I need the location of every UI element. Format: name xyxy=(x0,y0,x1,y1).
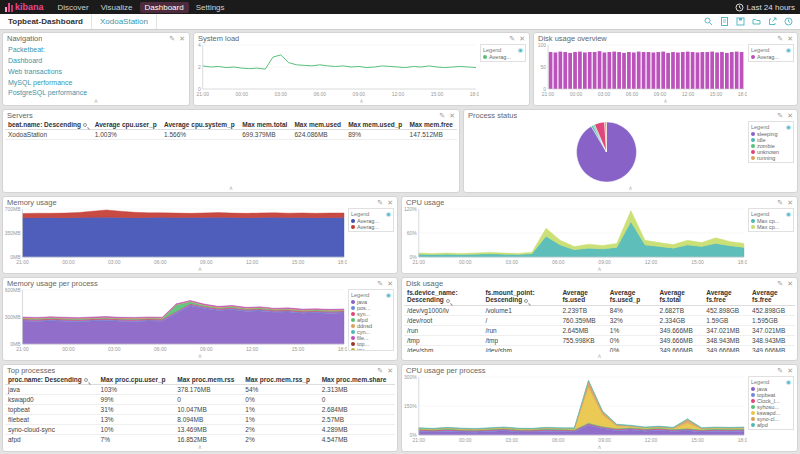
bar[interactable] xyxy=(612,52,616,89)
legend-item[interactable]: running xyxy=(751,155,791,161)
refresh-clock-icon[interactable] xyxy=(784,17,793,26)
column-header[interactable]: beat.name: Descending xyxy=(5,120,92,130)
filter-magnifier-icon[interactable] xyxy=(524,299,528,303)
collapse-chevron[interactable]: ∧ xyxy=(3,97,189,105)
edit-icon[interactable]: ✎ xyxy=(377,280,383,288)
column-header[interactable]: Average fs.used xyxy=(559,288,606,305)
column-header[interactable]: Max mem.free xyxy=(407,120,457,130)
collapse-chevron[interactable]: ∧ xyxy=(3,352,397,360)
bar[interactable] xyxy=(642,52,646,89)
panel-title[interactable]: Navigation xyxy=(7,34,42,43)
bar[interactable] xyxy=(661,52,665,89)
area-series-Max cpu.user_p[interactable] xyxy=(419,222,744,257)
bar[interactable] xyxy=(720,52,724,89)
bar[interactable] xyxy=(568,53,572,89)
close-icon[interactable]: ✕ xyxy=(387,199,393,207)
navigation-link[interactable]: PostgreSQL performance xyxy=(8,88,184,97)
bar[interactable] xyxy=(730,52,734,89)
bar[interactable] xyxy=(558,52,562,89)
column-header[interactable]: Average fs.free xyxy=(749,288,795,305)
close-icon[interactable]: ✕ xyxy=(787,367,793,375)
legend-toggle-icon[interactable]: ◉ xyxy=(786,378,791,385)
open-folder-icon[interactable] xyxy=(752,17,761,26)
column-header[interactable]: Average cpu.system_p xyxy=(161,120,239,130)
bar[interactable] xyxy=(691,52,695,89)
close-icon[interactable]: ✕ xyxy=(387,367,393,375)
collapse-chevron[interactable]: ∧ xyxy=(3,265,397,273)
legend-toggle-icon[interactable]: ◉ xyxy=(786,46,791,53)
edit-icon[interactable]: ✎ xyxy=(169,35,175,43)
new-dashboard-icon[interactable] xyxy=(720,17,729,26)
legend-item[interactable]: Max cp... xyxy=(751,224,791,230)
panel-title[interactable]: CPU usage per process xyxy=(406,366,486,375)
bar[interactable] xyxy=(666,53,670,89)
edit-icon[interactable]: ✎ xyxy=(777,199,783,207)
close-icon[interactable]: ✕ xyxy=(787,112,793,120)
time-picker[interactable]: Last 24 hours xyxy=(735,3,795,12)
filter-magnifier-icon[interactable] xyxy=(84,378,88,382)
bar[interactable] xyxy=(563,52,567,89)
nav-item-dashboard[interactable]: Dashboard xyxy=(140,2,189,13)
bar[interactable] xyxy=(627,52,631,89)
panel-title[interactable]: System load xyxy=(198,34,239,43)
bar[interactable] xyxy=(588,52,592,89)
bar[interactable] xyxy=(740,52,744,89)
column-header[interactable]: Max proc.mem.share xyxy=(319,375,395,385)
edit-icon[interactable]: ✎ xyxy=(377,367,383,375)
collapse-chevron[interactable]: ∧ xyxy=(3,443,397,451)
share-icon[interactable] xyxy=(768,17,777,26)
column-header[interactable]: proc.name: Descending xyxy=(5,375,98,385)
bar[interactable] xyxy=(701,52,705,89)
bar[interactable] xyxy=(603,52,607,89)
bar[interactable] xyxy=(652,52,656,89)
column-header[interactable]: Average fs.used_p xyxy=(607,288,657,305)
bar[interactable] xyxy=(696,52,700,89)
legend-item[interactable]: Averag... xyxy=(351,224,391,230)
edit-icon[interactable]: ✎ xyxy=(777,280,783,288)
column-header[interactable]: fs.mount_point: Descending xyxy=(482,288,559,305)
column-header[interactable]: fs.device_name: Descending xyxy=(404,288,482,305)
bar[interactable] xyxy=(607,52,611,89)
panel-title[interactable]: Servers xyxy=(7,111,33,120)
column-header[interactable]: Max mem.used xyxy=(291,120,345,130)
panel-title[interactable]: Top processes xyxy=(7,366,55,375)
edit-icon[interactable]: ✎ xyxy=(777,367,783,375)
kibana-logo[interactable]: kibana xyxy=(5,2,44,12)
collapse-chevron[interactable]: ∧ xyxy=(534,97,797,105)
bar[interactable] xyxy=(593,52,597,89)
bar[interactable] xyxy=(549,52,553,89)
collapse-chevron[interactable]: ∧ xyxy=(402,352,797,360)
panel-title[interactable]: Memory usage xyxy=(7,198,57,207)
column-header[interactable]: Max proc.cpu.user_p xyxy=(98,375,175,385)
bar[interactable] xyxy=(676,52,680,89)
bar[interactable] xyxy=(686,52,690,89)
save-icon[interactable] xyxy=(736,17,745,26)
bar[interactable] xyxy=(622,53,626,89)
collapse-chevron[interactable]: ∧ xyxy=(3,184,459,192)
collapse-chevron[interactable]: ∧ xyxy=(402,265,797,273)
close-icon[interactable]: ✕ xyxy=(787,199,793,207)
edit-icon[interactable]: ✎ xyxy=(777,35,783,43)
legend-item[interactable]: afpd xyxy=(751,422,791,428)
close-icon[interactable]: ✕ xyxy=(519,35,525,43)
bar[interactable] xyxy=(637,52,641,89)
column-header[interactable]: Max proc.mem.rss xyxy=(174,375,242,385)
column-header[interactable]: Average fs.free xyxy=(703,288,749,305)
legend-toggle-icon[interactable]: ◉ xyxy=(386,210,391,217)
bar[interactable] xyxy=(617,52,621,89)
bar[interactable] xyxy=(656,52,660,89)
edit-icon[interactable]: ✎ xyxy=(777,112,783,120)
column-header[interactable]: Max mem.used_p xyxy=(345,120,406,130)
close-icon[interactable]: ✕ xyxy=(449,112,455,120)
navigation-link[interactable]: Dashboard xyxy=(8,56,184,67)
navigation-link[interactable]: MySQL performance xyxy=(8,78,184,89)
legend-toggle-icon[interactable]: ◉ xyxy=(786,210,791,217)
bar[interactable] xyxy=(632,52,636,89)
bar[interactable] xyxy=(583,52,587,89)
bar[interactable] xyxy=(710,52,714,89)
nav-item-discover[interactable]: Discover xyxy=(53,2,94,13)
panel-title[interactable]: Disk usage overview xyxy=(538,34,607,43)
legend-toggle-icon[interactable]: ◉ xyxy=(786,123,791,130)
bar[interactable] xyxy=(671,52,675,89)
navigation-link[interactable]: Packetbeat: xyxy=(8,45,184,56)
